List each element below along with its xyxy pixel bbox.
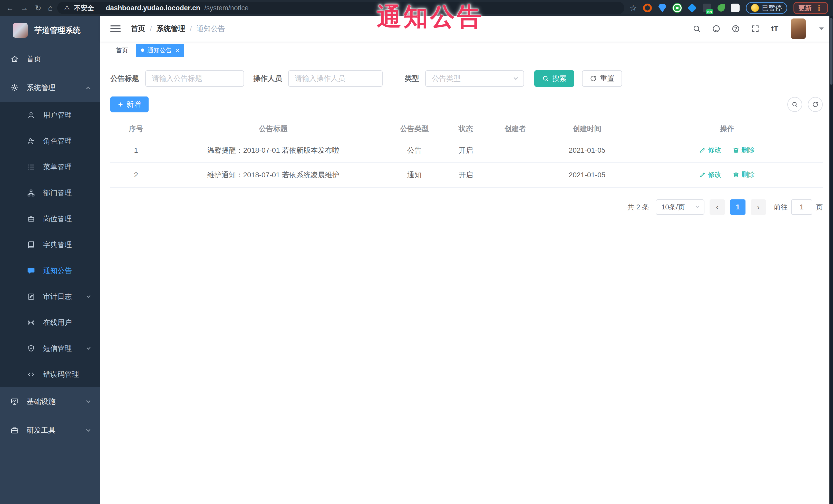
sidebar-item-home[interactable]: 首页 — [0, 45, 100, 73]
sidebar-item-post-mgmt[interactable]: 岗位管理 — [0, 206, 100, 232]
add-button[interactable]: + 新增 — [110, 96, 149, 113]
hamburger-icon[interactable] — [110, 24, 121, 33]
sidebar-item-label: 菜单管理 — [43, 162, 72, 172]
sidebar-item-dev-tools[interactable]: 研发工具 — [0, 416, 100, 445]
table-header-row: 序号 公告标题 公告类型 状态 创建者 创建时间 操作 — [110, 120, 823, 138]
goto-page-input[interactable] — [791, 199, 812, 215]
sidebar-item-online-users[interactable]: 在线用户 — [0, 310, 100, 335]
breadcrumb-system[interactable]: 系统管理 — [157, 24, 185, 33]
avatar-caret-icon[interactable] — [819, 27, 824, 30]
type-filter-label: 类型 — [405, 74, 419, 83]
back-icon[interactable]: ← — [6, 4, 14, 12]
annotation-overlay-text: 通知公告 — [377, 1, 483, 34]
table-settings-group — [787, 97, 823, 112]
extension-gem-icon[interactable] — [688, 3, 697, 13]
operator-filter-input[interactable] — [288, 70, 383, 87]
reset-button[interactable]: 重置 — [582, 70, 622, 87]
plus-icon: + — [118, 100, 123, 109]
extension-pin-icon[interactable] — [658, 4, 667, 12]
search-icon[interactable] — [692, 24, 701, 33]
page-content: 公告标题 操作人员 类型 公告类型 搜索 重置 — [100, 59, 833, 504]
extension-orange-icon[interactable] — [643, 4, 652, 12]
edit-button[interactable]: 修改 — [699, 170, 721, 179]
dev-tools-icon — [10, 426, 19, 435]
github-icon[interactable] — [711, 24, 721, 33]
pagination-goto: 前往 页 — [774, 199, 823, 215]
page-size-select[interactable]: 10条/页 — [656, 199, 705, 215]
browser-update-button[interactable]: 更新 ⋮ — [793, 2, 828, 14]
extension-green-icon[interactable] — [673, 4, 682, 12]
reset-button-label: 重置 — [600, 74, 614, 83]
sidebar-item-user-mgmt[interactable]: 用户管理 — [0, 102, 100, 128]
sidebar-item-menu-mgmt[interactable]: 菜单管理 — [0, 154, 100, 180]
breadcrumb-home[interactable]: 首页 — [131, 24, 145, 33]
chevron-down-icon — [87, 346, 91, 350]
cell-status: 开启 — [444, 163, 487, 187]
address-bar[interactable]: ⚠ 不安全 dashboard.yudao.iocoder.cn /system… — [57, 2, 624, 14]
sidebar-item-label: 错误码管理 — [43, 369, 79, 379]
browser-menu-icon[interactable]: ⋮ — [815, 6, 823, 10]
refresh-table-button[interactable] — [808, 97, 823, 112]
reload-icon[interactable]: ↻ — [35, 4, 41, 13]
extensions-puzzle-icon[interactable] — [731, 4, 740, 12]
add-button-label: 新增 — [126, 100, 141, 109]
extension-leaf-icon[interactable] — [717, 4, 725, 11]
bookmark-star-icon[interactable]: ☆ — [629, 3, 637, 13]
error-code-icon — [27, 370, 35, 379]
chevron-down-icon — [514, 76, 518, 80]
sidebar-item-audit-log[interactable]: 审计日志 — [0, 284, 100, 310]
sidebar-item-error-code[interactable]: 错误码管理 — [0, 361, 100, 387]
url-host: dashboard.yudao.iocoder.cn — [106, 4, 200, 12]
sidebar-item-dept-mgmt[interactable]: 部门管理 — [0, 180, 100, 206]
sidebar-item-label: 研发工具 — [27, 426, 55, 435]
chevron-up-icon — [86, 87, 91, 91]
tag-home[interactable]: 首页 — [111, 44, 133, 57]
forward-icon[interactable]: → — [21, 4, 28, 12]
page-scrollbar[interactable] — [829, 16, 833, 504]
column-header-index: 序号 — [110, 120, 162, 138]
refresh-icon — [812, 101, 818, 108]
type-filter-select[interactable]: 公告类型 — [425, 70, 524, 87]
extension-dark-icon[interactable]: on — [703, 4, 711, 12]
sidebar-item-label: 首页 — [27, 54, 41, 64]
sidebar-item-infrastructure[interactable]: 基础设施 — [0, 387, 100, 416]
page-number-button[interactable]: 1 — [730, 199, 745, 215]
trash-icon — [733, 147, 739, 153]
tag-notice[interactable]: 通知公告 × — [136, 44, 184, 57]
cell-status: 开启 — [444, 138, 487, 163]
breadcrumb: 首页 / 系统管理 / 通知公告 — [131, 24, 225, 33]
delete-button[interactable]: 删除 — [733, 170, 755, 179]
edit-button[interactable]: 修改 — [699, 145, 721, 154]
next-page-button[interactable]: › — [751, 199, 766, 215]
sidebar-logo-row[interactable]: 芋道管理系统 — [0, 16, 100, 45]
sidebar-item-system-mgmt[interactable]: 系统管理 — [0, 73, 100, 102]
prev-page-button[interactable]: ‹ — [710, 199, 725, 215]
sidebar-submenu-system: 用户管理 角色管理 菜单管理 部门管理 — [0, 102, 100, 387]
sidebar-item-label: 部门管理 — [43, 188, 72, 198]
user-avatar[interactable] — [791, 19, 806, 39]
sidebar-item-dict-mgmt[interactable]: 字典管理 — [0, 232, 100, 258]
close-icon[interactable]: × — [175, 47, 180, 54]
sidebar-item-label: 审计日志 — [43, 292, 72, 302]
search-button[interactable]: 搜索 — [534, 70, 574, 87]
sidebar-item-role-mgmt[interactable]: 角色管理 — [0, 128, 100, 154]
toggle-search-button[interactable] — [787, 97, 802, 112]
font-size-icon[interactable]: tT — [770, 24, 780, 33]
dept-icon — [27, 189, 35, 197]
title-filter-input[interactable] — [145, 70, 244, 87]
profile-paused-chip[interactable]: 已暂停 — [746, 2, 787, 14]
sidebar-item-sms-mgmt[interactable]: 短信管理 — [0, 335, 100, 361]
breadcrumb-current: 通知公告 — [196, 24, 225, 33]
operator-filter-label: 操作人员 — [253, 74, 282, 83]
cell-created: 2021-01-05 — [543, 138, 631, 163]
cell-type: 通知 — [385, 163, 444, 187]
page-size-value: 10条/页 — [661, 202, 685, 212]
fullscreen-icon[interactable] — [751, 24, 760, 33]
scrollbar-thumb[interactable] — [830, 18, 832, 85]
sidebar-item-notice[interactable]: 通知公告 — [0, 258, 100, 284]
delete-button[interactable]: 删除 — [733, 145, 755, 154]
type-select-placeholder: 公告类型 — [432, 74, 461, 83]
help-icon[interactable] — [731, 24, 741, 33]
sidebar-item-label: 基础设施 — [27, 397, 55, 407]
browser-home-icon[interactable]: ⌂ — [48, 4, 53, 12]
